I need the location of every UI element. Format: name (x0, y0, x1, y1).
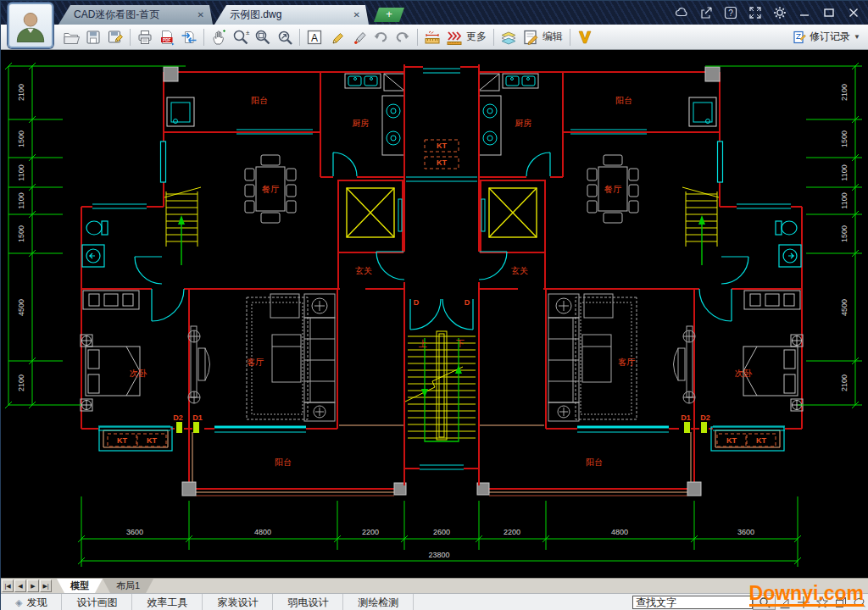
save-button[interactable] (82, 26, 104, 48)
svg-text:3600: 3600 (737, 528, 754, 536)
menu-home-design[interactable]: 家装设计 (203, 594, 273, 610)
fullscreen-icon[interactable] (743, 3, 767, 23)
svg-text:KT: KT (147, 436, 157, 445)
last-sheet-button[interactable]: ▶| (40, 580, 52, 592)
redo-button[interactable] (392, 26, 414, 48)
svg-text:阳台: 阳台 (275, 458, 292, 467)
dimension-lines (5, 63, 862, 567)
svg-text:1500: 1500 (840, 225, 849, 242)
apartment-wing-mirrored (477, 67, 803, 496)
tab-drawing[interactable]: 示例图.dwg ✕ (214, 5, 369, 25)
maximize-icon[interactable] (816, 3, 841, 23)
total-dimension-value: 23800 (428, 551, 449, 559)
svg-text:1500: 1500 (17, 225, 25, 242)
marker-annotate-button[interactable] (348, 26, 370, 48)
cloud-icon[interactable] (669, 3, 693, 23)
svg-text:±: ± (246, 29, 250, 36)
tab-drawing-close-icon[interactable]: ✕ (342, 10, 360, 19)
right-dimension-values: 2100150011001100150045002100 (840, 84, 849, 391)
measure-button[interactable] (421, 26, 443, 48)
sheet-tab-model[interactable]: 模型 (57, 579, 103, 593)
open-file-button[interactable] (60, 26, 82, 48)
pencil-annotate-button[interactable] (326, 26, 348, 48)
revision-doc-icon (793, 30, 806, 44)
menu-design-draw[interactable]: 设计画图 (62, 594, 132, 610)
svg-text:厨房: 厨房 (515, 119, 531, 128)
menu-discover[interactable]: ◈ 发现 (1, 594, 62, 610)
svg-text:4800: 4800 (254, 528, 271, 536)
svg-text:次卧: 次卧 (735, 369, 753, 378)
zoom-extents-button[interactable] (274, 26, 296, 48)
tab-home[interactable]: CAD迷你看图-首页 ✕ (58, 5, 213, 25)
svg-text:1100: 1100 (17, 192, 25, 208)
svg-text:1500: 1500 (840, 130, 849, 147)
close-icon[interactable] (841, 3, 865, 23)
toolbar-separator (203, 29, 204, 46)
chevron-down-icon: ▼ (854, 33, 860, 41)
svg-text:1100: 1100 (840, 192, 849, 208)
central-core (404, 64, 479, 485)
diamond-icon: ◈ (15, 597, 22, 608)
help-icon[interactable]: ? (718, 3, 743, 23)
pan-hand-button[interactable] (208, 26, 230, 48)
svg-text:阳台: 阳台 (586, 458, 603, 467)
more-tools-button[interactable]: 更多 (466, 30, 487, 44)
svg-text:KT: KT (756, 436, 766, 445)
svg-text:2100: 2100 (17, 84, 25, 101)
user-avatar[interactable] (8, 3, 53, 48)
layers-button[interactable] (498, 26, 520, 48)
kt-platform-labels: KTKTKTKTKTKT (117, 141, 766, 445)
svg-text:PDF: PDF (163, 37, 170, 42)
toolbar-separator (570, 29, 570, 46)
svg-text:?: ? (728, 8, 733, 18)
svg-text:KT: KT (726, 436, 737, 445)
person-icon (14, 8, 47, 43)
menu-survey-detect[interactable]: 测绘检测 (343, 594, 414, 610)
toolbar: PDF ± A 更多 (1, 25, 868, 50)
minimize-icon[interactable] (792, 3, 816, 23)
first-sheet-button[interactable]: |◀ (2, 580, 14, 592)
svg-text:2100: 2100 (840, 84, 849, 101)
svg-text:D1: D1 (192, 413, 203, 422)
toolbar-separator (130, 29, 131, 46)
prev-sheet-button[interactable]: ◀ (14, 580, 26, 592)
svg-text:2100: 2100 (17, 374, 25, 391)
menu-discover-label: 发现 (26, 596, 47, 610)
new-tab-button[interactable]: + (374, 8, 404, 22)
menu-efficiency-tools[interactable]: 效率工具 (132, 594, 203, 610)
svg-text:1100: 1100 (840, 164, 849, 180)
more-tools-icon[interactable] (443, 26, 465, 48)
next-sheet-button[interactable]: ▶ (27, 580, 39, 592)
v-logo-icon (574, 26, 596, 48)
sheet-tab-layout1[interactable]: 布局1 (103, 579, 153, 593)
svg-text:玄关: 玄关 (511, 266, 528, 275)
status-bar: ◈ 发现 设计画图 效率工具 家装设计 弱电设计 测绘检测 (1, 593, 868, 610)
svg-text:4800: 4800 (611, 528, 628, 536)
undo-button[interactable] (370, 26, 392, 48)
edit-tools-button[interactable]: 编辑 (542, 30, 563, 44)
convert-file-button[interactable] (178, 26, 200, 48)
revision-record-button[interactable]: 修订记录 ▼ (793, 30, 860, 44)
export-pdf-button[interactable]: PDF (156, 26, 178, 48)
menu-low-voltage-design[interactable]: 弱电设计 (273, 594, 343, 610)
text-annotate-button[interactable]: A (303, 26, 326, 48)
zoom-window-button[interactable] (252, 26, 274, 48)
svg-text:3600: 3600 (126, 528, 143, 536)
zoom-in-out-button[interactable]: ± (230, 26, 252, 48)
edit-tools-icon[interactable] (520, 26, 542, 48)
menu-low-voltage-design-label: 弱电设计 (287, 596, 328, 610)
save-as-button[interactable] (104, 26, 126, 48)
print-button[interactable] (134, 26, 156, 48)
toolbar-separator (493, 29, 494, 46)
tab-home-close-icon[interactable]: ✕ (186, 10, 204, 19)
svg-text:A: A (311, 31, 318, 43)
find-text-input[interactable] (632, 596, 753, 609)
settings-gear-icon[interactable] (767, 3, 792, 23)
svg-text:4500: 4500 (840, 299, 849, 316)
svg-text:D1: D1 (681, 413, 691, 422)
svg-text:玄关: 玄关 (355, 266, 372, 275)
svg-text:餐厅: 餐厅 (604, 185, 621, 194)
sheet-tab-bar: |◀ ◀ ▶ ▶| 模型 布局1 (1, 578, 868, 593)
drawing-canvas[interactable]: 阳台阳台厨房厨房餐厅餐厅玄关玄关客厅客厅次卧次卧阳台阳台 D2D1D1D2DD … (1, 50, 868, 578)
share-icon[interactable] (693, 3, 718, 23)
